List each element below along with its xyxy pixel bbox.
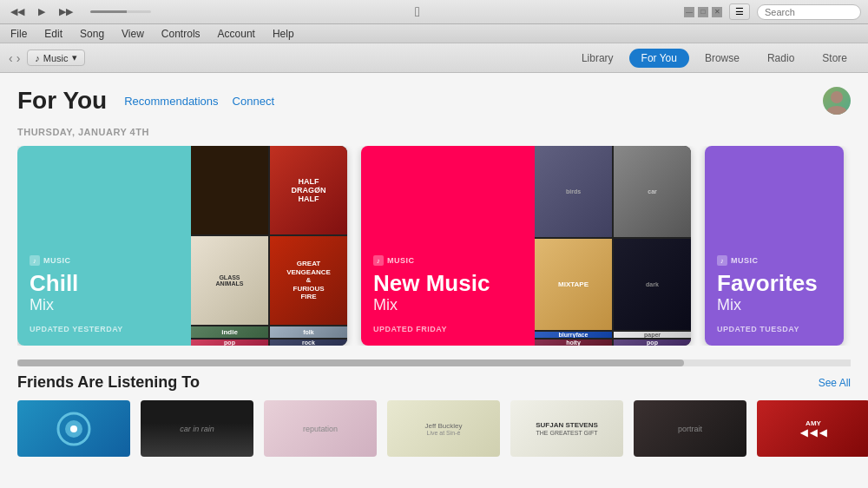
menu-file[interactable]: File	[7, 28, 30, 40]
title-bar-right: — □ ✕ ☰	[684, 3, 861, 20]
newmusic-title: New Music	[373, 271, 523, 296]
minimize-button[interactable]: —	[684, 7, 694, 17]
menu-view[interactable]: View	[118, 28, 148, 40]
svg-point-1	[826, 106, 847, 115]
newmusic-grid: birds car MIXTAPE dark blurryface paper	[535, 146, 691, 346]
friend-card-4[interactable]: Jeff Buckley Live at Sin-é	[387, 400, 500, 457]
sub-tab-connect[interactable]: Connect	[233, 95, 274, 108]
friend-card-3[interactable]: reputation	[264, 400, 377, 457]
chill-updated: UPDATED YESTERDAY	[30, 325, 179, 333]
chill-mix-card[interactable]: ♪ MUSIC Chill Mix UPDATED YESTERDAY HALF…	[17, 146, 347, 346]
newmusic-subtitle: Mix	[373, 296, 523, 314]
forward-button[interactable]: ▶▶	[56, 4, 76, 19]
favorites-mix-main: ♪ MUSIC Favorites Mix UPDATED TUESDAY	[705, 146, 844, 346]
newmusic-mix-card[interactable]: ♪ MUSIC New Music Mix UPDATED FRIDAY bir…	[361, 146, 691, 346]
date-label: THURSDAY, JANUARY 4TH	[17, 127, 851, 137]
nav-bar: ‹ › ♪ Music ▾ Library For You Browse Rad…	[0, 43, 868, 73]
tab-radio[interactable]: Radio	[755, 49, 806, 68]
chill-album-big: GREATVENGEANCE&FURIOUSFIRE	[270, 236, 347, 325]
horizontal-scrollbar[interactable]	[17, 359, 851, 366]
nm-album-4: dark	[614, 239, 691, 330]
chill-badge: ♪ MUSIC	[30, 255, 179, 266]
nav-forward-button[interactable]: ›	[16, 51, 21, 65]
menu-account[interactable]: Account	[214, 28, 259, 40]
nm-album-8: pop	[614, 340, 691, 346]
menu-bar: File Edit Song View Controls Account Hel…	[0, 24, 868, 43]
nav-tabs: Library For You Browse Radio Store	[569, 49, 859, 68]
chill-grid: HALFDRAGØNHALF GLASSANIMALS GREATVENGEAN…	[191, 146, 347, 346]
friend-card-7[interactable]: AMY◀ ◀ ◀	[757, 400, 868, 457]
maximize-button[interactable]: □	[698, 7, 708, 17]
nm-album-5: blurryface	[535, 332, 612, 338]
window-controls: — □ ✕	[684, 7, 722, 17]
tab-for-you[interactable]: For You	[629, 49, 689, 68]
chill-album-5: folk	[270, 326, 347, 338]
chill-subtitle: Mix	[30, 296, 179, 314]
friends-title: Friends Are Listening To	[17, 373, 200, 392]
sub-tabs: Recommendations Connect	[124, 95, 274, 108]
favorites-mix-card[interactable]: ♪ MUSIC Favorites Mix UPDATED TUESDAY	[705, 146, 844, 346]
scroll-thumb	[17, 359, 684, 366]
menu-edit[interactable]: Edit	[41, 28, 66, 40]
nm-album-6: paper	[614, 332, 691, 338]
favorites-subtitle: Mix	[717, 296, 832, 314]
chill-album-2: HALFDRAGØNHALF	[270, 146, 347, 234]
chill-album-4: indie	[191, 326, 268, 338]
svg-point-0	[831, 91, 843, 103]
friends-section-header: Friends Are Listening To See All	[17, 373, 851, 392]
title-bar-left: ◀◀ ▶ ▶▶	[7, 4, 151, 19]
avatar[interactable]	[823, 87, 851, 115]
chill-title: Chill	[30, 271, 179, 296]
nav-arrows: ‹ ›	[9, 51, 20, 65]
favorites-badge: ♪ MUSIC	[717, 255, 832, 266]
friend-card-5[interactable]: SUFJAN STEVENS THE GREATEST GIFT	[510, 400, 623, 457]
page-header: For You Recommendations Connect	[17, 87, 851, 115]
nm-album-7: hoity	[535, 340, 612, 346]
chill-album-3: GLASSANIMALS	[191, 236, 268, 325]
nm-album-1: birds	[535, 146, 612, 237]
favorites-title: Favorites	[717, 271, 832, 296]
menu-song[interactable]: Song	[76, 28, 108, 40]
back-button[interactable]: ◀◀	[7, 4, 28, 19]
search-input[interactable]	[757, 4, 861, 20]
close-button[interactable]: ✕	[712, 7, 722, 17]
apple-music-icon-3: ♪	[717, 255, 727, 266]
see-all-button[interactable]: See All	[819, 377, 851, 389]
page-title: For You	[17, 87, 107, 115]
favorites-updated: UPDATED TUESDAY	[717, 325, 832, 333]
svg-point-4	[70, 425, 77, 432]
apple-music-icon: ♪	[30, 255, 40, 266]
tab-store[interactable]: Store	[810, 49, 859, 68]
nm-album-3: MIXTAPE	[535, 239, 612, 330]
chill-mix-main: ♪ MUSIC Chill Mix UPDATED YESTERDAY	[17, 146, 191, 346]
menu-controls[interactable]: Controls	[158, 28, 204, 40]
play-button[interactable]: ▶	[35, 4, 49, 19]
menu-toggle-button[interactable]: ☰	[729, 3, 750, 20]
nm-album-2: car	[614, 146, 691, 237]
sub-tab-recommendations[interactable]: Recommendations	[124, 95, 218, 108]
tab-browse[interactable]: Browse	[693, 49, 752, 68]
music-note-icon: ♪	[35, 53, 40, 63]
mix-cards-row: ♪ MUSIC Chill Mix UPDATED YESTERDAY HALF…	[17, 146, 851, 346]
main-content: For You Recommendations Connect THURSDAY…	[0, 73, 868, 488]
apple-music-icon-2: ♪	[373, 255, 384, 266]
friend-card-1[interactable]	[17, 400, 130, 457]
volume-slider[interactable]	[90, 10, 151, 13]
nav-back-button[interactable]: ‹	[9, 51, 13, 65]
friend-card-2[interactable]: car in rain	[141, 400, 253, 457]
chevron-down-icon: ▾	[72, 52, 77, 63]
newmusic-mix-main: ♪ MUSIC New Music Mix UPDATED FRIDAY	[361, 146, 535, 346]
apple-logo: 	[415, 4, 420, 20]
chill-album-1	[191, 146, 268, 234]
friend-card-6[interactable]: portrait	[634, 400, 746, 457]
chill-album-6: pop	[191, 340, 268, 346]
nav-source[interactable]: ♪ Music ▾	[27, 49, 84, 66]
title-bar: ◀◀ ▶ ▶▶  — □ ✕ ☰	[0, 0, 868, 24]
chill-album-7: rock	[270, 340, 347, 346]
tab-library[interactable]: Library	[569, 49, 626, 68]
nav-source-label: Music	[43, 53, 69, 63]
newmusic-updated: UPDATED FRIDAY	[373, 325, 523, 333]
menu-help[interactable]: Help	[269, 28, 298, 40]
newmusic-badge: ♪ MUSIC	[373, 255, 523, 266]
friends-row: car in rain reputation Jeff Buckley Live…	[17, 400, 851, 457]
